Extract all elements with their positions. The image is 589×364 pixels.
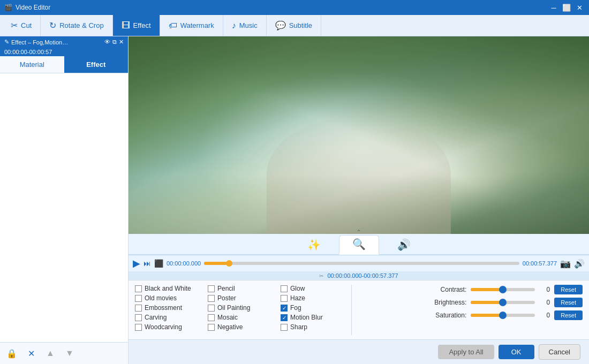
progress-fill (204, 262, 229, 265)
saturation-reset[interactable]: Reset (554, 310, 583, 320)
effect-tab-blur[interactable]: 🔍 (339, 235, 379, 255)
effect-pencil[interactable]: Pencil (208, 285, 272, 292)
checkbox-sharp[interactable] (281, 324, 288, 331)
contrast-label: Contrast: (428, 286, 466, 293)
title-bar: 🎬 Video Editor ─ ⬜ ✕ (0, 0, 589, 15)
close-button[interactable]: ✕ (574, 2, 585, 13)
effect-icon: 🎞 (122, 21, 130, 31)
ok-button[interactable]: OK (499, 345, 534, 359)
tab-subtitle[interactable]: 💬 Subtitle (267, 15, 321, 36)
progress-track[interactable] (204, 262, 519, 265)
effect-fog[interactable]: ✓ Fog (281, 304, 345, 312)
brightness-value: 0 (539, 299, 550, 306)
tab-watermark[interactable]: 🏷 Watermark (160, 15, 223, 36)
cut-icon: ✂ (11, 20, 18, 31)
duration-display: 00:00:57.377 (523, 260, 557, 267)
checkbox-glow[interactable] (281, 285, 288, 292)
checkbox-motionblur[interactable]: ✓ (281, 314, 288, 321)
saturation-value: 0 (539, 312, 550, 319)
effect-tab-group: ✨ 🔍 🔊 (294, 235, 424, 254)
effect-motionblur[interactable]: ✓ Motion Blur (281, 314, 345, 321)
effect-old[interactable]: Old movies (135, 294, 199, 302)
brightness-reset[interactable]: Reset (554, 298, 583, 307)
copy-icon[interactable]: ⧉ (112, 39, 117, 46)
close-clip-icon[interactable]: ✕ (119, 39, 124, 46)
eye-icon[interactable]: 👁 (104, 39, 110, 46)
effect-oilpainting[interactable]: Oil Painting (208, 304, 272, 312)
checkbox-woodcarving[interactable] (135, 324, 142, 331)
play-button[interactable]: ▶ (133, 257, 140, 269)
app-title: Video Editor (16, 4, 50, 11)
contrast-fill-left (471, 288, 503, 291)
effect-sharp[interactable]: Sharp (281, 323, 345, 331)
tab-effect[interactable]: 🎞 Effect (113, 15, 160, 36)
effect-bw[interactable]: Black and White (135, 285, 199, 292)
right-content: ⌃ ✨ 🔍 🔊 ▶ ⏭ ⬛ 00:00:00.000 (129, 36, 589, 364)
screenshot-icon[interactable]: 📷 (560, 259, 571, 269)
checkbox-old[interactable] (135, 295, 142, 302)
sidebar-tabs: Material Effect (0, 56, 128, 73)
checkbox-oilpainting[interactable] (208, 305, 215, 312)
saturation-row: Saturation: 0 Reset (428, 310, 583, 320)
video-preview (129, 36, 589, 234)
sidebar-footer: 🔒 ✕ ▲ ▼ (0, 342, 128, 364)
checkbox-fog[interactable]: ✓ (281, 305, 288, 312)
effect-poster[interactable]: Poster (208, 294, 272, 302)
lock-button[interactable]: 🔒 (4, 346, 19, 361)
move-down-button[interactable]: ▼ (62, 346, 77, 361)
cancel-button[interactable]: Cancel (539, 344, 580, 360)
sidebar-tab-material[interactable]: Material (0, 56, 64, 73)
controls-bar: ▶ ⏭ ⬛ 00:00:00.000 00:00:57.377 📷 🔊 (129, 255, 589, 271)
progress-thumb[interactable] (226, 260, 232, 267)
stop-button[interactable]: ⬛ (154, 259, 163, 268)
tab-cut[interactable]: ✂ Cut (2, 15, 41, 36)
effect-glow[interactable]: Glow (281, 285, 345, 292)
sidebar-tab-effect[interactable]: Effect (64, 56, 129, 73)
saturation-label: Saturation: (428, 312, 466, 319)
effect-tab-audio[interactable]: 🔊 (384, 236, 424, 254)
music-icon: ♪ (232, 21, 236, 31)
tab-music[interactable]: ♪ Music (223, 15, 267, 36)
effect-woodcarving[interactable]: Woodcarving (135, 323, 199, 331)
path-overlay (267, 116, 451, 234)
effects-col-2: Pencil Poster Oil Painting Mosaic (208, 285, 272, 331)
contrast-thumb[interactable] (499, 286, 507, 293)
effect-tab-enhance[interactable]: ✨ (294, 236, 334, 254)
delete-button[interactable]: ✕ (24, 346, 39, 361)
contrast-track[interactable] (471, 288, 535, 291)
checkbox-pencil[interactable] (208, 285, 215, 292)
checkbox-bw[interactable] (135, 285, 142, 292)
move-up-button[interactable]: ▲ (43, 346, 58, 361)
action-bar: Apply to All OK Cancel (129, 339, 589, 364)
brightness-track[interactable] (471, 301, 535, 304)
effect-negative[interactable]: Negative (208, 323, 272, 331)
audio-icon: 🔊 (397, 238, 411, 251)
effects-grid: Black and White Old movies Embossment (135, 285, 345, 331)
chevron-up-icon: ⌃ (356, 229, 361, 236)
apply-all-button[interactable]: Apply to All (438, 345, 494, 359)
checkbox-poster[interactable] (208, 295, 215, 302)
minimize-button[interactable]: ─ (548, 2, 559, 13)
effect-carving[interactable]: Carving (135, 314, 199, 321)
contrast-value: 0 (539, 286, 550, 293)
checkbox-emboss[interactable] (135, 305, 142, 312)
saturation-track[interactable] (471, 314, 535, 317)
step-button[interactable]: ⏭ (144, 259, 151, 268)
saturation-thumb[interactable] (499, 312, 507, 319)
watermark-icon: 🏷 (169, 21, 177, 31)
checkbox-carving[interactable] (135, 314, 142, 321)
checkbox-haze[interactable] (281, 295, 288, 302)
checkbox-mosaic[interactable] (208, 314, 215, 321)
contrast-reset[interactable]: Reset (554, 285, 583, 294)
tab-rotate[interactable]: ↻ Rotate & Crop (41, 15, 112, 36)
sliders-area: Contrast: 0 Reset Brightness: (428, 285, 583, 335)
restore-button[interactable]: ⬜ (561, 2, 572, 13)
effect-emboss[interactable]: Embossment (135, 304, 199, 312)
checkbox-negative[interactable] (208, 324, 215, 331)
volume-icon[interactable]: 🔊 (574, 259, 585, 269)
effect-haze[interactable]: Haze (281, 294, 345, 302)
effect-mosaic[interactable]: Mosaic (208, 314, 272, 321)
brightness-thumb[interactable] (499, 299, 507, 306)
saturation-fill-left (471, 314, 503, 317)
brightness-fill-left (471, 301, 503, 304)
